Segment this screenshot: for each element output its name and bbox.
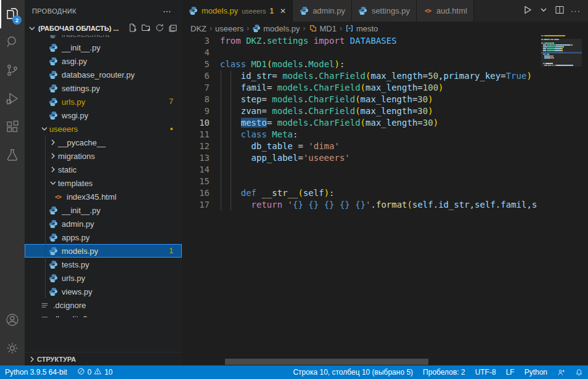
line-number[interactable]: 17	[182, 199, 220, 211]
activity-item-explorer[interactable]: 2	[0, 0, 25, 28]
tree-item-wsgi-py[interactable]: wsgi.py	[25, 108, 182, 122]
tree-item-templates[interactable]: templates	[25, 176, 182, 190]
tree-item-dcignore[interactable]: .dcignore	[25, 298, 182, 312]
activity-item-search[interactable]	[0, 28, 25, 57]
collapse-all-icon[interactable]	[168, 23, 178, 34]
workspace-section-header[interactable]: (РАБОЧАЯ ОБЛАСТЬ) ...	[25, 22, 182, 35]
tree-item-label: admin.py	[62, 219, 94, 229]
editor-code-area[interactable]: 3from DKZ.settings import DATABASES45cla…	[182, 35, 588, 365]
problems-status[interactable]: 0 10	[72, 365, 118, 379]
tab-aud-html[interactable]: <>aud.html	[417, 0, 474, 22]
code-line-5[interactable]: 5class MD1(models.Model):	[182, 59, 588, 70]
line-number[interactable]: 7	[182, 82, 220, 94]
new-folder-icon[interactable]	[141, 23, 151, 34]
activity-item-extensions[interactable]	[0, 113, 25, 142]
minimap-slider[interactable]	[541, 39, 582, 67]
tab-admin-py[interactable]: admin.py	[293, 0, 352, 22]
python-interpreter-status[interactable]: Python 3.9.5 64-bit	[0, 365, 72, 379]
breadcrumb-item-useeers[interactable]: useeers	[215, 24, 243, 33]
line-number[interactable]: 3	[182, 35, 220, 47]
tree-item-models-py[interactable]: models.py1	[25, 244, 182, 258]
activity-item-accounts[interactable]	[0, 306, 25, 335]
tree-item-label: database_roouter.py	[62, 70, 135, 79]
tree-item-pycache[interactable]: __pycache__	[25, 136, 182, 149]
close-icon[interactable]: ✕	[280, 7, 286, 15]
code-line-3[interactable]: 3from DKZ.settings import DATABASES	[182, 35, 588, 47]
tree-item-label: db.sqlite3	[53, 314, 88, 318]
line-number[interactable]: 9	[182, 105, 220, 117]
line-number[interactable]: 11	[182, 129, 220, 141]
line-number[interactable]: 14	[182, 164, 220, 176]
horizontal-scrollbar[interactable]	[225, 359, 428, 365]
encoding-status[interactable]: UTF-8	[470, 365, 501, 379]
breadcrumb-label: mesto	[356, 24, 378, 33]
indentation-status[interactable]: Пробелов: 2	[418, 365, 470, 379]
line-number[interactable]: 10	[182, 117, 220, 129]
code-line-9[interactable]: 9 zvan= models.CharField(max_length=30)	[182, 105, 588, 117]
code-line-14[interactable]: 14	[182, 164, 588, 176]
tree-item-useeers[interactable]: useeers●	[25, 122, 182, 136]
notifications-bell-icon[interactable]	[570, 365, 588, 379]
outline-section-header[interactable]: СТРУКТУРА	[25, 352, 182, 365]
line-number[interactable]: 16	[182, 187, 220, 199]
tree-item-init-py[interactable]: __init__.py	[25, 203, 182, 217]
run-button[interactable]	[523, 5, 533, 17]
activity-item-source-control[interactable]	[0, 57, 25, 85]
language-mode-status[interactable]: Python	[520, 365, 552, 379]
new-file-icon[interactable]	[128, 23, 137, 34]
line-number[interactable]: 5	[182, 59, 220, 70]
code-line-10[interactable]: 10 mesto= models.CharField(max_length=30…	[182, 117, 588, 129]
tree-item-init-py[interactable]: __init__.py	[25, 41, 182, 54]
line-number[interactable]: 6	[182, 70, 220, 82]
split-editor-icon[interactable]	[555, 5, 565, 17]
line-number[interactable]: 12	[182, 141, 220, 152]
line-number[interactable]: 8	[182, 94, 220, 105]
tree-item-indexelement[interactable]: indexelement	[25, 35, 182, 41]
tree-item-static[interactable]: static	[25, 163, 182, 176]
code-line-17[interactable]: 17 return '{} {} {} {} {}'.format(self.i…	[182, 199, 588, 211]
tree-item-settings-py[interactable]: settings.py	[25, 81, 182, 95]
more-actions-icon[interactable]: ···	[571, 6, 581, 15]
eol-status[interactable]: LF	[501, 365, 520, 379]
code-line-4[interactable]: 4	[182, 47, 588, 59]
code-line-7[interactable]: 7 famil= models.CharField(max_length=100…	[182, 82, 588, 94]
tab-models-py[interactable]: models.pyuseeers1✕	[182, 0, 293, 22]
tree-item-asgi-py[interactable]: asgi.py	[25, 54, 182, 68]
line-number[interactable]: 15	[182, 176, 220, 187]
tree-item-label: urls.py	[62, 274, 85, 283]
minimap[interactable]	[541, 35, 582, 251]
more-actions-icon[interactable]: ⋯	[160, 6, 174, 16]
tree-item-urls-py[interactable]: urls.py7	[25, 95, 182, 108]
code-line-11[interactable]: 11 class Meta:	[182, 129, 588, 141]
code-line-6[interactable]: 6 id_str= models.CharField(max_length=50…	[182, 70, 588, 82]
activity-item-run-and-debug[interactable]	[0, 85, 25, 113]
tab-settings-py[interactable]: settings.py	[352, 0, 417, 22]
tree-item-migrations[interactable]: migrations	[25, 149, 182, 163]
tree-item-urls-py[interactable]: urls.py	[25, 271, 182, 285]
code-line-13[interactable]: 13 app_label='useeers'	[182, 152, 588, 164]
cursor-position-status[interactable]: Строка 10, столбец 10 (выбрано 5)	[288, 365, 418, 379]
code-line-16[interactable]: 16 def __str__(self):	[182, 187, 588, 199]
activity-item-testing[interactable]	[0, 142, 25, 170]
refresh-icon[interactable]	[155, 23, 165, 34]
feedback-icon[interactable]	[552, 365, 570, 379]
breadcrumb-item-mesto[interactable]: mesto	[345, 24, 378, 33]
run-dropdown-chevron-icon[interactable]	[539, 5, 549, 17]
breadcrumb-item-md1[interactable]: MD1	[309, 24, 337, 33]
activity-item-settings[interactable]	[0, 335, 25, 363]
tree-item-index345-html[interactable]: <>index345.html	[25, 190, 182, 203]
tree-item-database-roouter-py[interactable]: database_roouter.py	[25, 68, 182, 81]
breadcrumb-item-models-py[interactable]: models.py	[252, 24, 300, 33]
tree-item-admin-py[interactable]: admin.py	[25, 217, 182, 230]
tree-item-tests-py[interactable]: tests.py	[25, 258, 182, 271]
code-line-12[interactable]: 12 db_table = 'dima'	[182, 141, 588, 152]
breadcrumb-item-dkz[interactable]: DKZ	[190, 24, 206, 33]
python-file-icon	[48, 273, 58, 283]
tree-item-db-sqlite3[interactable]: db.sqlite3	[25, 312, 182, 317]
code-line-15[interactable]: 15	[182, 176, 588, 187]
line-number[interactable]: 13	[182, 152, 220, 164]
tree-item-views-py[interactable]: views.py	[25, 285, 182, 298]
line-number[interactable]: 4	[182, 47, 220, 59]
tree-item-apps-py[interactable]: apps.py	[25, 230, 182, 244]
code-line-8[interactable]: 8 step= models.CharField(max_length=30)	[182, 94, 588, 105]
